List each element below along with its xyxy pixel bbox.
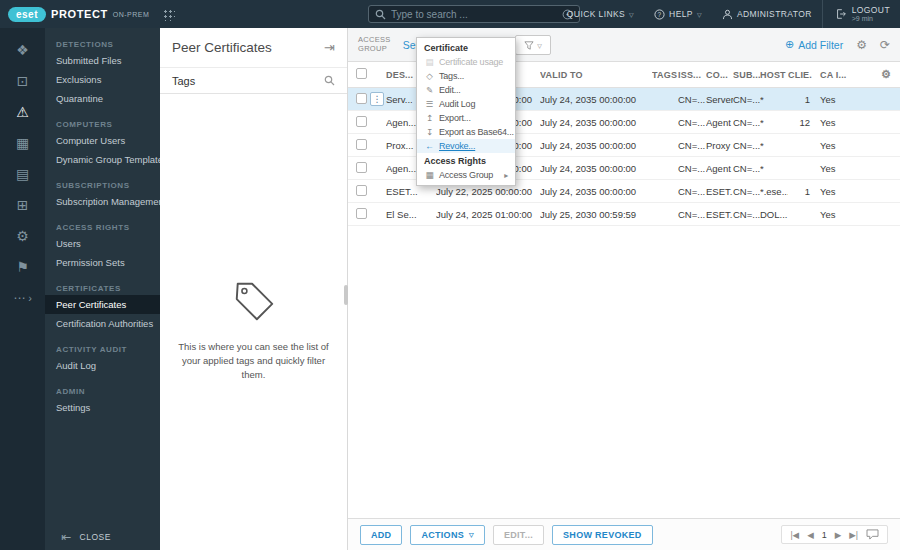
col-header-valid-to[interactable]: VALID TO [540,70,652,80]
table-row[interactable]: El Se... July 24, 2025 01:00:00 July 25,… [348,203,900,226]
row-context-menu-button[interactable]: ⋮ [370,92,384,106]
menu-item-access-group[interactable]: ▦ Access Group ▸ [417,168,515,182]
sidebar-item-submitted-files[interactable]: Submitted Files [45,51,160,70]
access-group-icon: ▦ [424,170,435,180]
user-icon [722,9,733,20]
row-checkbox[interactable] [356,208,367,219]
col-header-subject[interactable]: SUB... [733,70,760,80]
sidebar-item-exclusions[interactable]: Exclusions [45,70,160,89]
row-checkbox[interactable] [356,185,367,196]
current-page-number: 1 [822,530,827,540]
topbar-right: QUICK LINKS ▽ ? HELP ▽ ADMINISTRATOR LOG… [557,0,900,28]
audit-log-icon: ☰ [424,99,435,109]
menu-item-edit[interactable]: ✎ Edit... [417,83,515,97]
eset-protect-console: eset PROTECT ON-PREM QUICK LINKS ▽ ? HEL… [0,0,900,550]
tag-icon [231,278,277,324]
row-checkbox[interactable] [356,162,367,173]
section-title-admin: ADMIN [45,383,160,398]
access-group-button[interactable]: ACCESS GROUP [358,36,391,53]
tags-empty-state: This is where you can see the list of yo… [160,278,347,381]
tags-search-icon[interactable] [324,75,335,86]
svg-text:?: ? [658,10,662,17]
sidebar-item-certification-authorities[interactable]: Certification Authorities [45,314,160,333]
help-menu[interactable]: ? HELP ▽ [644,0,712,28]
add-button[interactable]: ADD [360,525,402,545]
actions-button[interactable]: ACTIONS ▽ [410,525,485,545]
last-page-icon[interactable]: ▶| [849,530,858,540]
more-menu-button[interactable]: ⋯ › [0,282,45,313]
apps-grid-icon[interactable] [162,8,175,21]
show-revoked-button[interactable]: SHOW REVOKED [552,525,653,545]
policies-icon[interactable]: ⚙ [0,220,45,251]
brand: eset PROTECT ON-PREM [0,7,175,22]
col-header-host[interactable]: HOST [760,70,788,80]
submenu-arrow-icon: ▸ [504,171,508,180]
menu-item-tags[interactable]: ◇ Tags... [417,69,515,83]
sidebar-item-dynamic-group-templates[interactable]: Dynamic Group Templates [45,150,160,169]
refresh-icon[interactable]: ⟳ [880,38,890,52]
feedback-bubble-icon[interactable] [866,529,879,540]
collapse-panel-icon[interactable]: ⇥ [324,40,335,55]
col-header-tags[interactable]: TAGS [652,70,678,80]
sidebar-item-settings[interactable]: Settings [45,398,160,417]
logout-timer: >9 min [852,15,890,23]
close-label: CLOSE [80,532,111,542]
table-settings-gear-icon[interactable]: ⚙ [856,38,867,52]
logout-button[interactable]: LOGOUT >9 min [822,0,900,28]
sidebar-item-permission-sets[interactable]: Permission Sets [45,253,160,272]
col-header-clients[interactable]: CLIE... [788,70,812,80]
menu-item-export[interactable]: ↥ Export... [417,111,515,125]
menu-item-export-base64[interactable]: ↧ Export as Base64... [417,125,515,139]
product-name: PROTECT [51,8,108,20]
page-title: Peer Certificates [172,40,272,55]
section-title-computers: COMPUTERS [45,116,160,131]
sidebar-item-subscription-management[interactable]: Subscription Management [45,192,160,211]
tag-icon: ◇ [424,71,435,81]
column-settings-gear-icon[interactable]: ⚙ [881,68,900,81]
previous-page-icon[interactable]: ◀ [807,530,814,540]
tasks-icon[interactable]: ▤ [0,158,45,189]
select-all-checkbox[interactable] [356,68,367,79]
tags-empty-text: This is where you can see the list of yo… [170,340,338,381]
help-label: HELP [669,9,693,19]
row-checkbox[interactable] [356,116,367,127]
first-page-icon[interactable]: |◀ [790,530,799,540]
row-checkbox[interactable] [356,139,367,150]
sidebar-item-quarantine[interactable]: Quarantine [45,89,160,108]
menu-item-revoke[interactable]: ← Revoke... [417,139,515,153]
certificate-usage-icon: ▤ [424,57,435,67]
installers-icon[interactable]: ⊞ [0,189,45,220]
table-footer: ADD ACTIONS ▽ EDIT... SHOW REVOKED |◀ ◀ … [348,518,900,550]
user-menu[interactable]: ADMINISTRATOR [712,0,822,28]
section-title-detections: DETECTIONS [45,36,160,51]
quick-links-menu[interactable]: QUICK LINKS ▽ [557,0,644,28]
sidebar-item-audit-log[interactable]: Audit Log [45,356,160,375]
scrollbar-thumb[interactable] [344,285,348,305]
next-page-icon[interactable]: ▶ [835,530,842,540]
eset-logo: eset [8,7,46,22]
close-sidebar-button[interactable]: ⇤ CLOSE [45,530,160,544]
col-header-issuer[interactable]: ISS... [678,70,706,80]
col-header-product[interactable]: CO... [706,70,733,80]
detections-icon[interactable]: ⚠ [0,96,45,127]
search-input[interactable] [391,9,557,20]
computers-icon[interactable]: ⊡ [0,65,45,96]
export-base64-icon: ↧ [424,127,435,137]
sidebar-item-computer-users[interactable]: Computer Users [45,131,160,150]
section-title-subscriptions: SUBSCRIPTIONS [45,177,160,192]
chevron-down-icon: ▽ [469,531,474,538]
dashboard-icon[interactable]: ❖ [0,34,45,65]
menu-item-certificate-usage: ▤ Certificate usage [417,55,515,69]
row-checkbox[interactable] [356,93,367,104]
sidebar-item-users[interactable]: Users [45,234,160,253]
add-filter-button[interactable]: ⊕ Add Filter [785,38,843,51]
notifications-icon[interactable]: ⚑ [0,251,45,282]
nav-icon-strip: ❖ ⊡ ⚠ ▦ ▤ ⊞ ⚙ ⚑ ⋯ › [0,28,45,550]
filter-preset-button[interactable]: ▽ [515,35,551,55]
collapse-left-icon: ⇤ [61,530,72,544]
col-header-ca[interactable]: CA I... [812,70,848,80]
menu-item-audit-log[interactable]: ☰ Audit Log [417,97,515,111]
chevron-down-icon: ▽ [697,11,702,18]
reports-icon[interactable]: ▦ [0,127,45,158]
sidebar-item-peer-certificates[interactable]: Peer Certificates [45,295,160,314]
